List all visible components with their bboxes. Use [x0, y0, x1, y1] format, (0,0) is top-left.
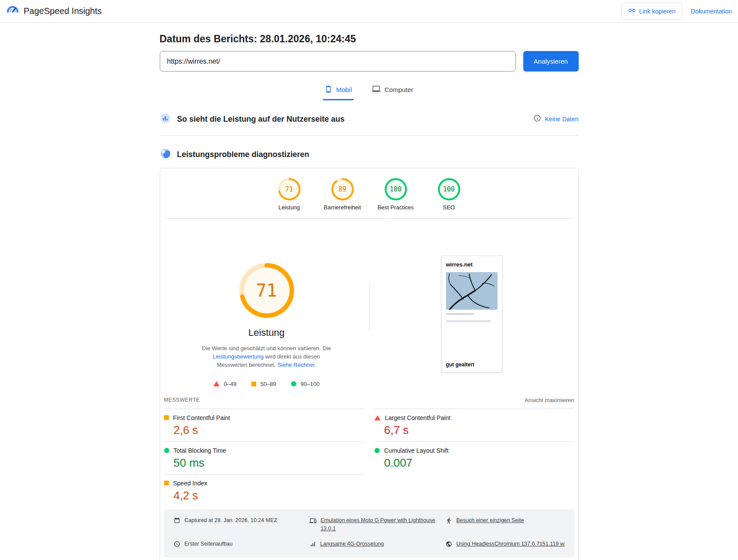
metric-name: First Contentful Paint — [173, 414, 230, 421]
no-data-link[interactable]: Keine Daten — [545, 116, 578, 123]
env-text[interactable]: Langsame 4G-Drosselung — [320, 540, 384, 548]
metrics-grid: First Contentful Paint 2,6 s Total Block… — [164, 409, 574, 507]
performance-score-value: 71 — [239, 263, 295, 318]
thumbnail-footer-text: gut gealtert — [446, 362, 498, 368]
thumbnail-meta-placeholder — [446, 320, 491, 322]
env-item-captured: Captured at 28. Jan. 2026, 10:24 MEZ — [174, 516, 309, 533]
good-circle-icon — [291, 381, 296, 386]
score-item-leistung[interactable]: 71 Leistung — [265, 178, 314, 211]
metric-largest-contentful-paint: Largest Contentful Paint 6,7 s — [374, 409, 574, 441]
metric-status-icon — [164, 481, 169, 485]
metric-status-icon — [164, 415, 169, 420]
metric-value: 0.007 — [384, 456, 574, 470]
lighthouse-report-card: 71 Leistung 89 Barrierefreiheit — [160, 168, 579, 560]
thumbnail-site-title: wirres.net — [446, 261, 498, 268]
pagespeed-logo-icon — [6, 4, 19, 19]
score-label: SEO — [443, 204, 455, 211]
legend-range: 50–89 — [261, 381, 276, 387]
copy-link-button[interactable]: Link kopieren — [621, 3, 682, 20]
metric-status-icon — [374, 415, 381, 420]
metric-value: 4,2 s — [174, 489, 364, 502]
score-item-barrierefreiheit[interactable]: 89 Barrierefreiheit — [318, 178, 367, 211]
signal-icon — [309, 540, 316, 550]
single-visit-icon — [446, 516, 452, 526]
average-square-icon — [251, 382, 256, 386]
metric-name: Total Blocking Time — [174, 447, 227, 454]
metric-name: Largest Contentful Paint — [385, 414, 450, 421]
leistungsbewertung-link[interactable]: Leistungsbewertung — [213, 353, 264, 360]
score-gauge-seo: 100 — [438, 178, 460, 201]
thumbnail-image — [446, 272, 498, 310]
legend-range: 90–100 — [301, 381, 319, 387]
metric-first-contentful-paint: First Contentful Paint 2,6 s — [164, 409, 364, 441]
app-header: PageSpeed Insights Link kopieren Dokumen… — [0, 0, 738, 23]
legend-item-good: 90–100 — [291, 381, 319, 387]
lab-data-icon — [160, 148, 171, 161]
diagnose-section: Leistungsprobleme diagnostizieren — [160, 148, 579, 161]
poor-triangle-icon — [213, 381, 220, 386]
score-value: 71 — [278, 178, 301, 201]
env-item-single-visit: Besuch einer einzigen Seite — [446, 516, 565, 533]
score-summary: 71 Leistung 89 Barrierefreiheit — [164, 178, 574, 211]
calendar-icon — [174, 516, 180, 526]
score-gauge-best-practices: 100 — [384, 178, 407, 201]
tab-computer[interactable]: Computer — [370, 82, 415, 100]
metric-value: 2,6 s — [174, 423, 364, 437]
messwerte-label: MESSWERTE — [164, 397, 200, 403]
legend-item-average: 50–89 — [251, 381, 276, 387]
expand-view-link[interactable]: Ansicht maximieren — [525, 397, 574, 403]
score-legend: 0–49 50–89 90–100 — [213, 381, 319, 387]
description-text: . — [315, 362, 316, 368]
score-value: 100 — [384, 178, 407, 201]
url-input[interactable] — [160, 51, 516, 72]
tab-mobil[interactable]: Mobil — [323, 82, 354, 100]
env-item-first-page-load: Erster Seitenaufbau — [174, 540, 309, 550]
legend-item-poor: 0–49 — [213, 381, 237, 387]
test-environment-bar: Captured at 28. Jan. 2026, 10:24 MEZ Emu… — [164, 509, 574, 557]
score-value: 89 — [331, 178, 354, 201]
diagnose-title: Leistungsprobleme diagnostizieren — [177, 150, 309, 159]
score-value: 100 — [438, 178, 460, 201]
link-icon — [628, 7, 636, 16]
info-icon[interactable] — [533, 114, 541, 124]
page-screenshot-thumbnail[interactable]: wirres.net — [441, 256, 502, 372]
metrics-header-row: MESSWERTE Ansicht maximieren — [164, 397, 574, 403]
env-item-emulation: Emulation eines Moto G Power with Lighth… — [309, 516, 446, 533]
performance-description: Die Werte sind geschätzt und können vari… — [199, 345, 334, 369]
smartphone-icon — [325, 85, 332, 94]
clock-icon — [174, 540, 180, 550]
documentation-link[interactable]: Dokumentation — [691, 8, 732, 15]
laptop-icon — [372, 85, 381, 95]
env-item-browser-version: Using HeadlessChromium 137.0.7151.119 wi… — [446, 540, 565, 550]
performance-title: Leistung — [248, 327, 285, 338]
score-label: Best Practices — [378, 204, 414, 211]
env-item-throttling: Langsame 4G-Drosselung — [309, 540, 446, 550]
field-data-icon — [160, 113, 171, 126]
globe-icon — [446, 540, 452, 550]
score-label: Leistung — [278, 204, 300, 211]
copy-link-label: Link kopieren — [639, 8, 676, 15]
performance-overview: 71 Leistung Die Werte sind geschätzt und… — [164, 219, 574, 387]
performance-gauge: 71 — [239, 263, 295, 318]
score-gauge-leistung: 71 — [278, 178, 301, 201]
env-text: Captured at 28. Jan. 2026, 10:24 MEZ — [185, 516, 278, 525]
url-bar: Analysieren — [160, 51, 579, 72]
section-divider — [160, 135, 579, 136]
env-text: Erster Seitenaufbau — [185, 540, 233, 548]
metric-status-icon — [164, 448, 169, 453]
analyze-button[interactable]: Analysieren — [523, 51, 579, 72]
env-text[interactable]: Besuch einer einzigen Seite — [457, 516, 524, 525]
siehe-rechner-link[interactable]: Siehe Rechner — [277, 362, 314, 368]
score-item-seo[interactable]: 100 SEO — [425, 178, 474, 211]
env-text[interactable]: Emulation eines Moto G Power with Lighth… — [321, 516, 437, 533]
app-title: PageSpeed Insights — [24, 6, 102, 16]
metric-name: Speed Index — [173, 480, 208, 487]
score-label: Barrierefreiheit — [324, 204, 361, 211]
metric-value: 50 ms — [174, 456, 364, 470]
tab-computer-label: Computer — [384, 86, 413, 93]
report-date-heading: Datum des Berichts: 28.01.2026, 10:24:45 — [160, 33, 579, 45]
metric-speed-index: Speed Index 4,2 s — [164, 474, 364, 507]
score-item-best-practices[interactable]: 100 Best Practices — [371, 178, 420, 211]
metric-total-blocking-time: Total Blocking Time 50 ms — [164, 441, 364, 474]
env-text[interactable]: Using HeadlessChromium 137.0.7151.119 wi… — [457, 540, 565, 548]
